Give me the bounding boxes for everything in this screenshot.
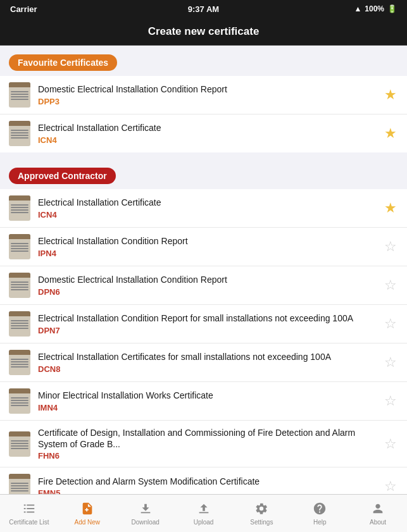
cert-code: IPN4 [38, 249, 377, 258]
tab-settings[interactable]: Settings [232, 495, 291, 532]
cert-info: Certificate of Design, Installation and … [38, 427, 377, 461]
section-badge-favourites[interactable]: Favourite Certificates [9, 54, 117, 71]
table-row[interactable]: Electrical Installation Condition Report… [0, 228, 407, 266]
star-button[interactable]: ☆ [383, 478, 398, 494]
cert-list-favourites: Domestic Electrical Installation Conditi… [0, 76, 407, 152]
cert-icon [9, 388, 30, 414]
table-row[interactable]: Electrical Installation Certificates for… [0, 343, 407, 382]
upload-icon [197, 502, 211, 517]
table-row[interactable]: Electrical Installation CertificateICN4★ [0, 189, 407, 228]
cert-name: Electrical Installation Certificates for… [38, 352, 331, 362]
cert-code: DPN6 [38, 287, 377, 297]
table-row[interactable]: Electrical Installation Condition Report… [0, 305, 407, 343]
tab-about[interactable]: About [349, 495, 407, 532]
cert-icon [9, 121, 30, 146]
tab-add-new[interactable]: Add New [58, 495, 116, 532]
cert-info: Minor Electrical Installation Works Cert… [38, 390, 377, 412]
svg-rect-4 [24, 511, 26, 512]
cert-name: Electrical Installation Condition Report… [38, 313, 353, 323]
tab-bar: Certificate ListAdd NewDownloadUploadSet… [0, 494, 407, 532]
download-icon [139, 502, 153, 517]
star-button[interactable]: ★ [383, 200, 398, 216]
cert-info: Fire Detection and Alarm System Modifica… [38, 476, 377, 494]
tab-label-certificate-list: Certificate List [9, 519, 49, 526]
cert-info: Electrical Installation Condition Report… [38, 235, 377, 257]
svg-rect-3 [27, 508, 34, 509]
svg-rect-1 [27, 504, 34, 505]
battery-icon: 🔋 [387, 4, 397, 13]
cert-name: Electrical Installation Certificate [38, 123, 161, 133]
table-row[interactable]: Electrical Installation CertificateICN4★ [0, 114, 407, 152]
cert-icon [9, 273, 30, 298]
star-button[interactable]: ★ [383, 87, 398, 103]
star-button[interactable]: ☆ [383, 316, 398, 332]
star-button[interactable]: ☆ [383, 354, 398, 371]
page-title: Create new certificate [148, 25, 260, 38]
tab-upload[interactable]: Upload [175, 495, 233, 532]
svg-rect-2 [24, 508, 26, 509]
battery-label: 100% [365, 4, 384, 13]
signal-icon: ▲ [354, 4, 361, 13]
star-button[interactable]: ☆ [383, 436, 398, 452]
cert-name: Certificate of Design, Installation and … [38, 428, 355, 449]
cert-icon [9, 82, 30, 108]
tab-label-upload: Upload [194, 519, 214, 526]
cert-code: FMN5 [38, 488, 377, 494]
cert-name: Domestic Electrical Installation Conditi… [38, 84, 227, 94]
cert-icon [9, 350, 30, 375]
add-doc-icon [80, 502, 94, 517]
cert-name: Electrical Installation Condition Report [38, 236, 188, 246]
scroll-content[interactable]: Favourite CertificatesDomestic Electrica… [0, 46, 407, 494]
cert-info: Electrical Installation Certificates for… [38, 351, 377, 373]
table-row[interactable]: Minor Electrical Installation Works Cert… [0, 382, 407, 421]
cert-code: FHN6 [38, 451, 377, 461]
cert-info: Electrical Installation Condition Report… [38, 312, 377, 335]
cert-icon [9, 474, 30, 494]
cert-info: Electrical Installation CertificateICN4 [38, 122, 377, 144]
tab-label-add-new: Add New [75, 519, 101, 526]
question-icon [313, 502, 327, 517]
status-indicators: ▲ 100% 🔋 [354, 4, 397, 13]
cert-name: Electrical Installation Certificate [38, 197, 161, 207]
nav-bar: Create new certificate [0, 18, 407, 46]
cert-name: Domestic Electrical Installation Conditi… [38, 275, 227, 285]
status-bar: Carrier 9:37 AM ▲ 100% 🔋 [0, 0, 407, 18]
list-icon [22, 502, 36, 517]
cert-name: Fire Detection and Alarm System Modifica… [38, 476, 260, 486]
person-icon [371, 502, 385, 517]
tab-label-help: Help [313, 519, 327, 526]
section-badge-approved-contractor[interactable]: Approved Contractor [9, 168, 116, 184]
cert-code: ICN4 [38, 135, 377, 145]
cert-icon [9, 195, 30, 221]
cert-code: ICN4 [38, 210, 377, 220]
tab-help[interactable]: Help [291, 495, 349, 532]
time-label: 9:37 AM [188, 4, 219, 14]
star-button[interactable]: ★ [383, 125, 398, 142]
tab-label-about: About [370, 519, 386, 526]
gear-icon [254, 502, 268, 517]
star-button[interactable]: ☆ [383, 277, 398, 294]
tab-label-download: Download [131, 519, 159, 526]
star-button[interactable]: ☆ [383, 393, 398, 409]
cert-list-approved-contractor: Electrical Installation CertificateICN4★… [0, 189, 407, 494]
tab-download[interactable]: Download [116, 495, 175, 532]
cert-info: Domestic Electrical Installation Conditi… [38, 274, 377, 296]
table-row[interactable]: Domestic Electrical Installation Conditi… [0, 76, 407, 114]
section-divider [0, 152, 407, 159]
star-button[interactable]: ☆ [383, 238, 398, 255]
table-row[interactable]: Fire Detection and Alarm System Modifica… [0, 467, 407, 494]
cert-icon [9, 311, 30, 337]
section-header-approved-contractor: Approved Contractor [0, 159, 407, 189]
cert-name: Minor Electrical Installation Works Cert… [38, 390, 213, 400]
tab-label-settings: Settings [250, 519, 273, 526]
svg-rect-5 [27, 511, 34, 512]
cert-code: DPN7 [38, 326, 377, 335]
tab-certificate-list[interactable]: Certificate List [0, 495, 58, 532]
svg-rect-0 [24, 504, 26, 505]
cert-info: Electrical Installation CertificateICN4 [38, 197, 377, 219]
cert-icon [9, 234, 30, 259]
table-row[interactable]: Certificate of Design, Installation and … [0, 421, 407, 467]
table-row[interactable]: Domestic Electrical Installation Conditi… [0, 266, 407, 305]
cert-code: DCN8 [38, 364, 377, 374]
carrier-label: Carrier [10, 4, 37, 14]
